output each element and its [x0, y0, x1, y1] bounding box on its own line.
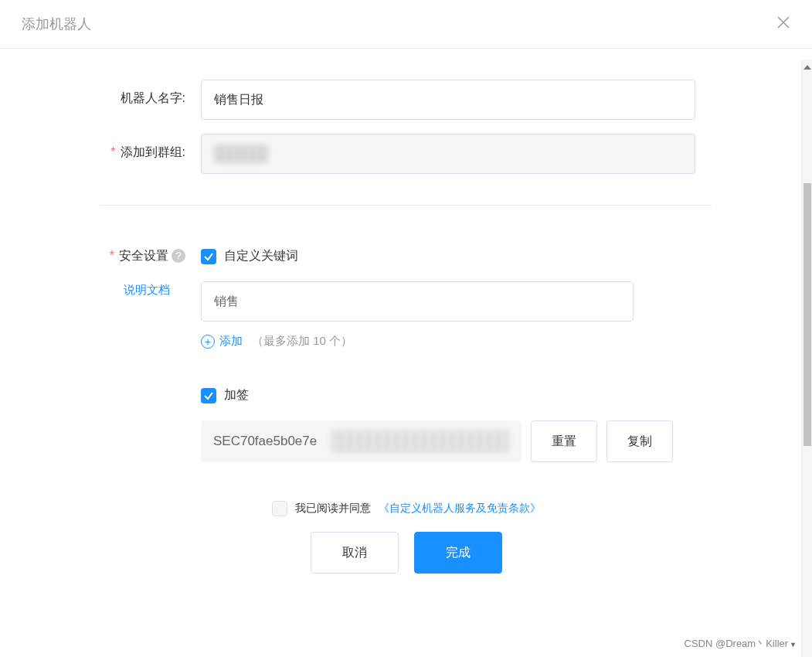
add-keyword-hint: （最多添加 10 个） — [252, 334, 352, 349]
confirm-button[interactable]: 完成 — [414, 532, 502, 574]
scrollbar[interactable] — [801, 60, 812, 657]
robot-name-input[interactable] — [201, 80, 695, 120]
cancel-button[interactable]: 取消 — [311, 532, 399, 574]
agree-checkbox[interactable] — [272, 501, 287, 516]
copy-button[interactable]: 复制 — [606, 420, 673, 462]
plus-icon[interactable]: + — [201, 335, 215, 349]
group-input[interactable] — [201, 134, 695, 174]
agree-row: 我已阅读并同意 《自定义机器人服务及免责条款》 — [272, 501, 541, 516]
secret-value: SEC70fae5b0e7e — [201, 420, 522, 462]
scrollbar-thumb[interactable] — [804, 183, 811, 446]
reset-button[interactable]: 重置 — [531, 420, 597, 462]
modal-body: 机器人名字: 添加到群组: 安全设置? 说明文档 自定义关键词 — [0, 49, 812, 574]
secret-row: SEC70fae5b0e7e 重置 复制 — [201, 420, 695, 462]
add-keyword-row: + 添加 （最多添加 10 个） — [201, 334, 695, 349]
group-label: 添加到群组: — [31, 134, 201, 161]
divider — [100, 205, 712, 206]
modal-title: 添加机器人 — [22, 15, 91, 33]
doc-link[interactable]: 说明文档 — [31, 283, 185, 298]
secret-blurred — [331, 430, 509, 453]
help-icon[interactable]: ? — [172, 249, 185, 263]
custom-keyword-checkbox[interactable] — [201, 249, 216, 264]
watermark: CSDN @Dream丶Killer — [685, 637, 797, 651]
check-icon — [203, 251, 214, 262]
robot-name-label: 机器人名字: — [31, 80, 201, 107]
footer: 我已阅读并同意 《自定义机器人服务及免责条款》 取消 完成 — [31, 501, 781, 574]
keyword-input[interactable] — [201, 281, 634, 322]
sign-label: 加签 — [224, 387, 249, 403]
custom-keyword-label: 自定义关键词 — [224, 248, 298, 264]
modal-header: 添加机器人 — [0, 0, 812, 49]
sign-checkbox-row: 加签 — [201, 387, 695, 403]
agree-text: 我已阅读并同意 — [295, 502, 371, 516]
check-icon — [203, 390, 214, 401]
robot-name-row: 机器人名字: — [31, 80, 781, 120]
security-label: 安全设置 — [110, 249, 168, 262]
custom-keyword-checkbox-row: 自定义关键词 — [201, 248, 695, 264]
group-value-blurred — [214, 145, 268, 163]
close-icon — [776, 15, 790, 29]
add-keyword-link[interactable]: 添加 — [219, 334, 243, 349]
security-row: 安全设置? 说明文档 自定义关键词 + 添加 （最多添加 10 个） 加签 — [31, 248, 781, 462]
sign-checkbox[interactable] — [201, 388, 216, 403]
close-button[interactable] — [776, 14, 790, 34]
group-row: 添加到群组: — [31, 134, 781, 174]
footer-buttons: 取消 完成 — [311, 532, 502, 574]
agree-link[interactable]: 《自定义机器人服务及免责条款》 — [379, 502, 541, 516]
scroll-up-arrow[interactable] — [804, 65, 811, 73]
